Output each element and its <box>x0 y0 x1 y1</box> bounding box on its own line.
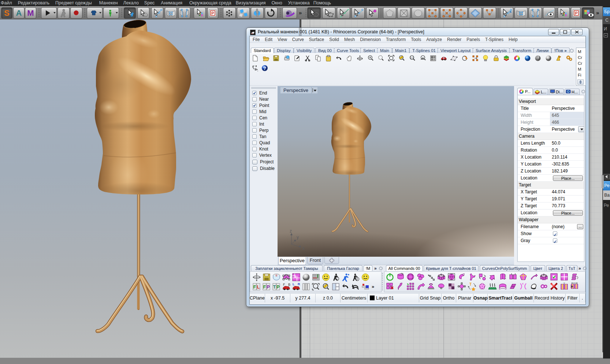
svg-text:x: x <box>302 246 305 251</box>
svg-text:z: z <box>290 229 292 234</box>
svg-text:B: B <box>288 283 290 286</box>
svg-text:P: P <box>276 285 279 290</box>
svg-text:P: P <box>267 285 269 290</box>
svg-text:F: F <box>283 283 285 286</box>
svg-text:T: T <box>273 285 276 290</box>
svg-text:F: F <box>253 285 256 290</box>
svg-text:L: L <box>293 282 295 286</box>
svg-text:1:1: 1:1 <box>410 56 413 59</box>
svg-text:P: P <box>211 11 214 15</box>
svg-text:B: B <box>276 274 278 277</box>
svg-text:y: y <box>297 235 299 240</box>
svg-text:P: P <box>575 11 577 15</box>
svg-text:R: R <box>298 282 300 286</box>
svg-text:F: F <box>263 285 266 290</box>
svg-text:T: T <box>469 282 472 286</box>
svg-text:?: ? <box>263 66 266 71</box>
svg-text:L: L <box>257 285 260 290</box>
